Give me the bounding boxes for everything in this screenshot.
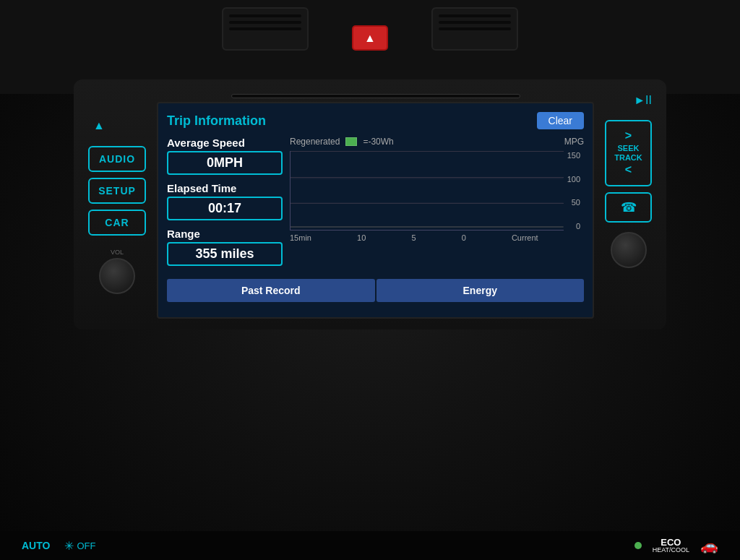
chart-area: Regenerated =-30Wh MPG xyxy=(290,137,584,273)
y-label-50: 50 xyxy=(567,198,580,207)
volume-label: VOL xyxy=(111,249,124,256)
car-button[interactable]: CAR xyxy=(88,210,146,236)
y-label-0: 0 xyxy=(567,222,580,231)
main-screen: Trip Information Clear Average Speed 0MP… xyxy=(157,102,594,319)
x-label-15: 15min xyxy=(290,233,311,242)
bottom-bar: AUTO ✳ OFF ECO HEAT/COOL 🚗 xyxy=(0,531,740,560)
chart-legend: Regenerated =-30Wh MPG xyxy=(290,137,584,147)
fan-label: ✳ OFF xyxy=(64,539,95,553)
chart-grid xyxy=(290,151,564,231)
phone-icon: ☎ xyxy=(621,200,637,215)
dashboard: ▲ ▲ AUDIO SETUP CAR VOL xyxy=(0,0,740,560)
eco-badge: ECO HEAT/COOL xyxy=(653,538,689,553)
range-box: 355 miles xyxy=(167,242,283,266)
elapsed-time-label: Elapsed Time xyxy=(167,182,283,194)
elapsed-time-box: 00:17 xyxy=(167,197,283,220)
center-unit: ▲ AUDIO SETUP CAR VOL Trip Information C… xyxy=(74,79,666,329)
left-controls: ▲ AUDIO SETUP CAR VOL xyxy=(85,90,150,319)
legend-energy-value: =-30Wh xyxy=(363,137,393,147)
legend-regen: Regenerated xyxy=(290,137,340,147)
chart-svg xyxy=(291,151,564,231)
x-label-10: 10 xyxy=(357,233,366,242)
eco-indicator-light xyxy=(634,542,642,549)
volume-knob-area: VOL xyxy=(88,249,146,294)
seek-track-label: SEEKTRACK xyxy=(612,144,645,163)
right-knob-area xyxy=(611,232,647,268)
screen-bottom-buttons: Past Record Energy xyxy=(167,279,584,302)
car-status-icon: 🚗 xyxy=(700,537,718,554)
past-record-button[interactable]: Past Record xyxy=(167,279,375,302)
x-label-0: 0 xyxy=(462,233,466,242)
elapsed-time-value: 00:17 xyxy=(208,201,241,215)
x-label-current: Current xyxy=(512,233,538,242)
cd-slot xyxy=(231,94,520,98)
seek-track-button[interactable]: > SEEKTRACK < xyxy=(605,120,652,186)
y-label-100: 100 xyxy=(567,175,580,184)
y-axis: 150 100 50 0 xyxy=(564,151,584,231)
right-knob[interactable] xyxy=(611,232,647,268)
right-controls: ►II > SEEKTRACK < ☎ xyxy=(601,90,655,319)
legend-green-box xyxy=(345,137,357,146)
left-info: Average Speed 0MPH Elapsed Time 00:17 Ra… xyxy=(167,137,283,273)
heat-cool-text: HEAT/COOL xyxy=(653,547,689,553)
bottom-right: ECO HEAT/COOL 🚗 xyxy=(634,537,718,554)
legend-mpg: MPG xyxy=(564,137,584,147)
bottom-left: AUTO ✳ OFF xyxy=(22,539,95,553)
avg-speed-value: 0MPH xyxy=(207,155,243,170)
y-label-150: 150 xyxy=(567,151,580,160)
range-label: Range xyxy=(167,228,283,240)
trip-title: Trip Information xyxy=(167,113,266,129)
hazard-icon: ▲ xyxy=(364,32,376,45)
x-axis: 15min 10 5 0 Current xyxy=(290,233,564,242)
screen-content: Average Speed 0MPH Elapsed Time 00:17 Ra… xyxy=(167,137,584,273)
setup-button[interactable]: SETUP xyxy=(88,178,146,204)
x-label-5: 5 xyxy=(411,233,416,242)
chart-body: 15min 10 5 0 Current xyxy=(290,151,564,273)
eject-button[interactable]: ▲ xyxy=(88,115,110,137)
screen-header: Trip Information Clear xyxy=(167,112,584,129)
eject-icon: ▲ xyxy=(93,119,105,132)
seek-track-down-icon: < xyxy=(612,163,645,178)
range-value: 355 miles xyxy=(195,246,254,261)
energy-button[interactable]: Energy xyxy=(377,279,585,302)
chart: 15min 10 5 0 Current 150 100 xyxy=(290,151,584,273)
play-pause-icon[interactable]: ►II xyxy=(634,94,652,107)
phone-button[interactable]: ☎ xyxy=(605,192,652,223)
seek-track-up-icon: > xyxy=(612,129,645,144)
screen-wrapper: Trip Information Clear Average Speed 0MP… xyxy=(157,90,594,319)
avg-speed-label: Average Speed xyxy=(167,137,283,149)
auto-label: AUTO xyxy=(22,540,50,551)
fan-icon: ✳ xyxy=(64,539,74,553)
volume-knob[interactable] xyxy=(99,258,135,294)
fan-off-label: OFF xyxy=(77,540,95,551)
avg-speed-box: 0MPH xyxy=(167,151,283,175)
hazard-button[interactable]: ▲ xyxy=(352,25,388,51)
audio-button[interactable]: AUDIO xyxy=(88,146,146,172)
clear-button[interactable]: Clear xyxy=(537,112,584,129)
